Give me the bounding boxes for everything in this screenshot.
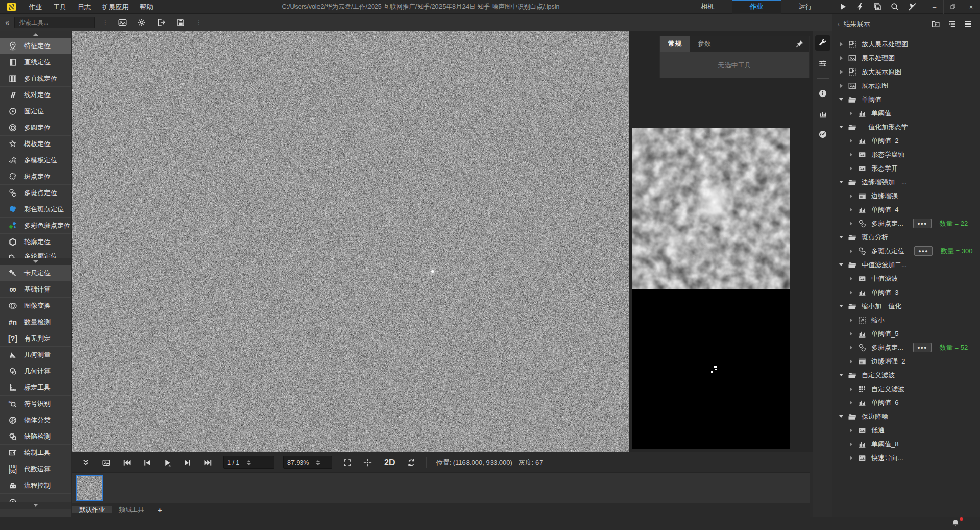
collapse-arrow-icon[interactable]: [849, 249, 853, 253]
tree-item[interactable]: 展示处理图: [832, 51, 980, 65]
collapse-arrow-icon[interactable]: [839, 56, 843, 60]
tree-item[interactable]: 二值化加形态学: [832, 120, 980, 134]
tree-item[interactable]: 放大展示处理图: [832, 37, 980, 51]
close-button[interactable]: ×: [962, 0, 980, 14]
job-tab[interactable]: 频域工具: [112, 506, 152, 513]
zoom-spinner[interactable]: 87.93%: [283, 456, 332, 469]
tree-item[interactable]: 形态学开: [843, 161, 980, 175]
sidebar-item[interactable]: ∞ 基础计算: [0, 281, 71, 298]
tool-search-input[interactable]: [14, 17, 95, 28]
sidebar-item[interactable]: #n 数量检测: [0, 314, 71, 330]
image-thumbnail[interactable]: [76, 475, 103, 501]
tree-item[interactable]: 多斑点定...●●●数量 = 22: [843, 216, 980, 230]
panel-collapse-icon[interactable]: ‹: [838, 21, 840, 27]
collapse-playbar-icon[interactable]: [77, 456, 94, 469]
tree-item[interactable]: 多斑点定位●●●数量 = 300: [843, 244, 980, 258]
frame-spinner[interactable]: 1 / 1: [223, 456, 274, 469]
menu-item[interactable]: 日志: [72, 0, 96, 14]
sidebar-item[interactable]: 缺陷检测: [0, 428, 71, 445]
gauge-icon[interactable]: [815, 127, 830, 142]
notification-bell-icon[interactable]: [951, 519, 960, 528]
tree-item[interactable]: 单阈值_8: [843, 437, 980, 451]
sidebar-item[interactable]: 多彩色斑点定位: [0, 218, 71, 234]
play-button[interactable]: [159, 456, 176, 469]
sidebar-item[interactable]: 多轮廓定位: [0, 250, 71, 258]
expand-arrow-icon[interactable]: [839, 304, 843, 308]
pin-icon[interactable]: [795, 39, 805, 49]
menu-item[interactable]: 帮助: [134, 0, 159, 14]
sidebar-item[interactable]: 多模板定位: [0, 152, 71, 168]
sidebar-item[interactable]: 圆定位: [0, 103, 71, 119]
gear-icon[interactable]: [134, 16, 150, 29]
collapse-arrow-icon[interactable]: [849, 194, 853, 198]
sidebar-item[interactable]: 流程控制: [0, 477, 71, 494]
sidebar-item[interactable]: 多直线定位: [0, 70, 71, 87]
tree-item[interactable]: 边缘增强: [843, 189, 980, 203]
tree-item[interactable]: 单阈值_6: [843, 396, 980, 409]
collapse-sidebar-icon[interactable]: «: [4, 18, 10, 27]
list-menu-icon[interactable]: [962, 18, 975, 30]
sidebar-item[interactable]: 多斑点定位: [0, 185, 71, 201]
sidebar-item[interactable]: [0, 494, 71, 502]
restore-button[interactable]: [943, 0, 962, 14]
tree-item[interactable]: 自定义滤波: [843, 382, 980, 396]
info-icon[interactable]: [815, 86, 830, 101]
collapse-arrow-icon[interactable]: [849, 111, 853, 115]
export-icon[interactable]: [154, 16, 169, 29]
no-pointer-icon[interactable]: [904, 1, 920, 13]
sidebar-item[interactable]: 物体分类: [0, 412, 71, 428]
image-viewport[interactable]: 常规参数 无选中工具: [72, 31, 813, 452]
tree-item[interactable]: 缩小: [843, 313, 980, 327]
save-icon[interactable]: [173, 16, 188, 29]
collapse-arrow-icon[interactable]: [849, 387, 853, 391]
collapse-arrow-icon[interactable]: [849, 166, 853, 171]
lightning-icon[interactable]: [852, 1, 868, 13]
tree-item[interactable]: 单阈值_2: [843, 134, 980, 148]
mode-tab[interactable]: 运行: [781, 0, 830, 14]
image-source-icon[interactable]: [97, 456, 115, 469]
sidebar-item[interactable]: 卡尺定位: [0, 265, 71, 281]
expand-arrow-icon[interactable]: [839, 415, 843, 419]
collapse-arrow-icon[interactable]: [839, 70, 843, 74]
properties-tab[interactable]: 参数: [690, 36, 719, 52]
collapse-arrow-icon[interactable]: [849, 456, 853, 460]
fit-view-button[interactable]: [338, 456, 356, 469]
sidebar-scroll-down[interactable]: [0, 502, 71, 509]
add-job-tab-button[interactable]: +: [152, 503, 168, 517]
collapse-arrow-icon[interactable]: [849, 318, 853, 322]
tree-item[interactable]: 单阈值_4: [843, 203, 980, 216]
job-tab[interactable]: 默认作业: [72, 506, 112, 513]
tree-item[interactable]: 中值滤波: [843, 272, 980, 285]
tree-item[interactable]: 单阈值_5: [843, 327, 980, 341]
collapse-arrow-icon[interactable]: [839, 42, 843, 46]
tree-item[interactable]: 快速导向...: [843, 451, 980, 465]
collapse-arrow-icon[interactable]: [849, 442, 853, 446]
tree-item[interactable]: 自定义滤波: [832, 368, 980, 382]
sidebar-item[interactable]: [?] 有无判定: [0, 330, 71, 347]
properties-tab[interactable]: 常规: [660, 36, 690, 52]
first-frame-button[interactable]: [118, 456, 135, 469]
collapse-arrow-icon[interactable]: [849, 277, 853, 281]
tree-item[interactable]: 展示原图: [832, 79, 980, 92]
sidebar-item[interactable]: 轮廓定位: [0, 234, 71, 250]
center-view-button[interactable]: [359, 456, 376, 469]
tree-item[interactable]: 边缘增强_2: [843, 354, 980, 368]
sidebar-item[interactable]: 直线定位: [0, 54, 71, 70]
expand-arrow-icon[interactable]: [839, 98, 843, 102]
menu-item[interactable]: 工具: [47, 0, 72, 14]
collapse-arrow-icon[interactable]: [839, 84, 843, 88]
histogram-panel-icon[interactable]: [815, 106, 830, 122]
tree-item[interactable]: 单阈值: [843, 106, 980, 120]
collapse-arrow-icon[interactable]: [849, 332, 853, 336]
noise-image[interactable]: [72, 31, 629, 452]
sidebar-item[interactable]: 绘制工具: [0, 445, 71, 461]
last-frame-button[interactable]: [200, 456, 217, 469]
collapse-arrow-icon[interactable]: [849, 222, 853, 226]
save-all-icon[interactable]: [870, 1, 885, 13]
sidebar-item[interactable]: [10][01] 代数运算: [0, 461, 71, 477]
tree-item[interactable]: 保边降噪: [832, 409, 980, 423]
collapse-arrow-icon[interactable]: [849, 139, 853, 143]
refresh-icon[interactable]: [403, 456, 420, 469]
sidebar-item[interactable]: 特征定位: [0, 38, 71, 54]
play-icon[interactable]: [835, 1, 850, 13]
